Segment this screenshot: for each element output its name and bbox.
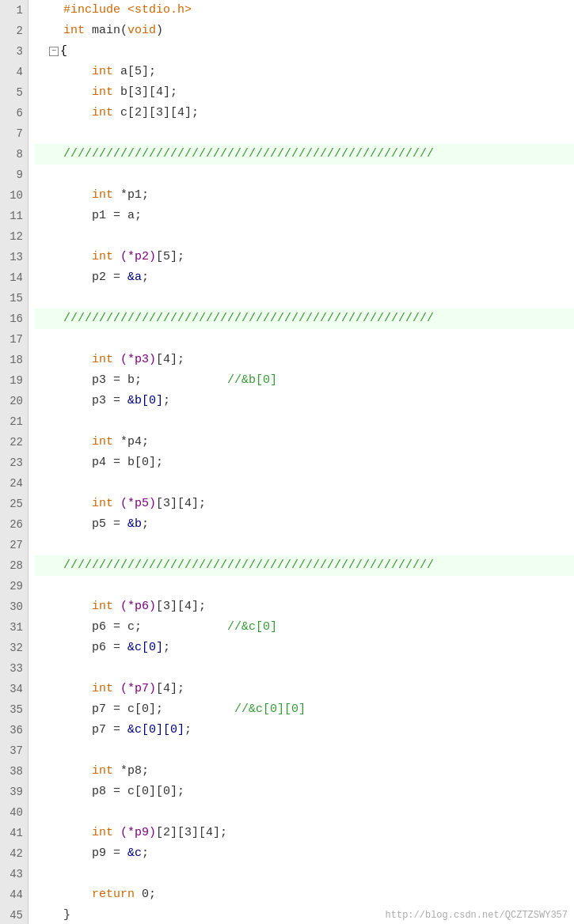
- line-number-42: 42: [0, 843, 28, 864]
- code-token: int: [92, 350, 113, 370]
- code-line-6: int c[2][3][4];: [35, 103, 574, 123]
- code-token: [35, 103, 92, 123]
- code-line-25: int (*p5)[3][4];: [35, 494, 574, 514]
- code-line-16: ////////////////////////////////////////…: [35, 309, 574, 329]
- code-token: ;: [142, 843, 149, 864]
- line-number-26: 26: [0, 514, 28, 535]
- code-token: p2 =: [35, 267, 127, 288]
- code-token: p3 = b;: [35, 370, 142, 391]
- code-line-35: p7 = c[0]; //&c[0][0]: [35, 699, 574, 720]
- line-number-6: 6: [0, 103, 28, 123]
- line-number-24: 24: [0, 473, 28, 494]
- code-token: [113, 247, 120, 267]
- code-token: (*p9): [120, 823, 156, 843]
- line-number-20: 20: [0, 391, 28, 411]
- code-token: &c[0][0]: [127, 720, 184, 740]
- line-number-14: 14: [0, 267, 28, 288]
- code-token: [35, 62, 92, 82]
- line-number-18: 18: [0, 350, 28, 370]
- code-token: [4];: [156, 350, 184, 370]
- code-token: [113, 596, 120, 617]
- code-line-13: int (*p2)[5];: [35, 247, 574, 267]
- code-editor: 1234567891011121314151617181920212223242…: [0, 0, 574, 924]
- code-line-30: int (*p6)[3][4];: [35, 596, 574, 617]
- line-number-10: 10: [0, 185, 28, 206]
- code-token: [35, 82, 92, 103]
- code-line-44: return 0;: [35, 884, 574, 905]
- line-number-12: 12: [0, 226, 28, 247]
- code-token: a[5];: [113, 62, 156, 82]
- line-number-1: 1: [0, 0, 28, 21]
- code-token: &b: [127, 514, 142, 535]
- code-token: int: [63, 21, 85, 41]
- code-line-1: #include <stdio.h>: [35, 0, 574, 21]
- line-number-44: 44: [0, 884, 28, 905]
- code-line-39: p8 = c[0][0];: [35, 782, 574, 802]
- code-line-3: −{: [35, 41, 574, 62]
- code-token: int: [92, 494, 113, 514]
- code-token: ;: [163, 638, 170, 658]
- code-token: void: [127, 21, 156, 41]
- line-number-41: 41: [0, 823, 28, 843]
- code-token: p6 = c;: [35, 617, 142, 638]
- code-token: 0;: [135, 884, 156, 905]
- code-token: &c: [127, 843, 142, 864]
- code-token: [2][3][4];: [156, 823, 227, 843]
- code-line-17: [35, 329, 574, 350]
- code-line-32: p6 = &c[0];: [35, 638, 574, 658]
- collapse-icon[interactable]: −: [49, 47, 59, 56]
- line-number-8: 8: [0, 144, 28, 165]
- code-token: main(: [85, 21, 127, 41]
- code-token: (*p2): [120, 247, 156, 267]
- code-token: p9 =: [35, 843, 127, 864]
- code-token: ;: [142, 267, 149, 288]
- code-line-9: [35, 165, 574, 185]
- line-number-2: 2: [0, 21, 28, 41]
- code-line-36: p7 = &c[0][0];: [35, 720, 574, 740]
- line-number-45: 45: [0, 905, 28, 924]
- code-line-4: int a[5];: [35, 62, 574, 82]
- line-number-32: 32: [0, 638, 28, 658]
- code-token: *p4;: [113, 432, 149, 453]
- code-token: [113, 823, 120, 843]
- code-token: int: [92, 761, 113, 782]
- code-line-2: int main(void): [35, 21, 574, 41]
- code-line-15: [35, 288, 574, 309]
- line-number-25: 25: [0, 494, 28, 514]
- line-number-36: 36: [0, 720, 28, 740]
- code-token: //&c[0]: [142, 617, 277, 638]
- code-token: ////////////////////////////////////////…: [35, 144, 434, 165]
- line-number-39: 39: [0, 782, 28, 802]
- code-token: &b[0]: [127, 391, 163, 411]
- line-number-22: 22: [0, 432, 28, 453]
- code-line-23: p4 = b[0];: [35, 453, 574, 473]
- code-line-18: int (*p3)[4];: [35, 350, 574, 370]
- code-line-28: ////////////////////////////////////////…: [35, 555, 574, 576]
- code-token: [35, 679, 92, 699]
- code-line-31: p6 = c; //&c[0]: [35, 617, 574, 638]
- code-token: [35, 823, 92, 843]
- code-line-21: [35, 411, 574, 432]
- line-number-17: 17: [0, 329, 28, 350]
- code-token: (*p3): [120, 350, 156, 370]
- code-token: return: [92, 884, 135, 905]
- code-token: [35, 761, 92, 782]
- code-line-14: p2 = &a;: [35, 267, 574, 288]
- code-line-10: int *p1;: [35, 185, 574, 206]
- code-token: *p1;: [113, 185, 149, 206]
- code-token: //&c[0][0]: [163, 699, 306, 720]
- code-token: int: [92, 679, 113, 699]
- line-number-29: 29: [0, 576, 28, 596]
- code-line-41: int (*p9)[2][3][4];: [35, 823, 574, 843]
- code-line-29: [35, 576, 574, 596]
- code-token: int: [92, 103, 113, 123]
- code-line-43: [35, 864, 574, 884]
- code-token: [35, 432, 92, 453]
- line-number-4: 4: [0, 62, 28, 82]
- line-number-15: 15: [0, 288, 28, 309]
- line-number-13: 13: [0, 247, 28, 267]
- code-area: #include <stdio.h> int main(void) −{ int…: [29, 0, 574, 924]
- line-number-38: 38: [0, 761, 28, 782]
- code-token: [35, 596, 92, 617]
- code-token: p7 = c[0];: [35, 699, 163, 720]
